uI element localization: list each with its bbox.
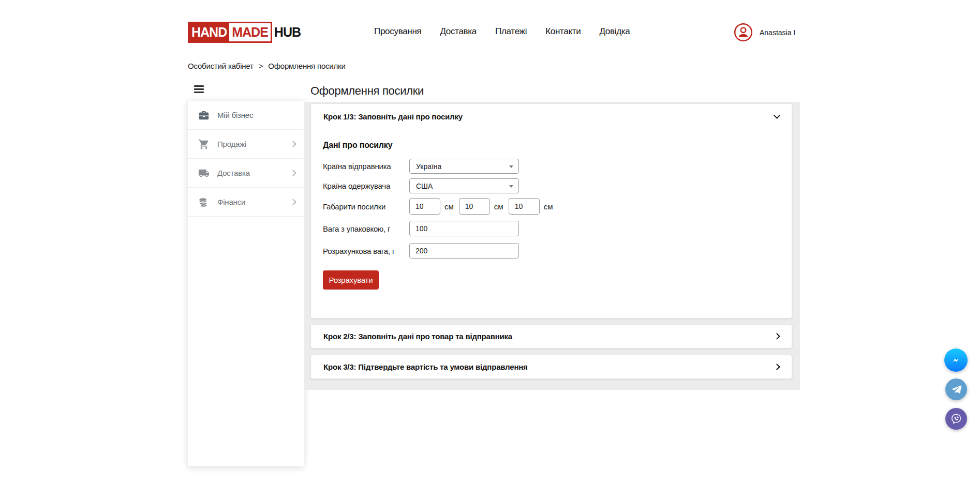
page-title: Оформлення посилки <box>310 84 424 98</box>
breadcrumb: Особистий кабінет > Оформлення посилки <box>188 62 346 70</box>
recipient-country-row: Країна одержувача США <box>323 178 780 193</box>
sender-country-value: Україна <box>416 162 441 171</box>
page: HAND MADE HUB Просування Доставка Платеж… <box>0 0 980 485</box>
nav-item-help[interactable]: Довідка <box>599 26 630 37</box>
nav-item-promotion[interactable]: Просування <box>374 26 421 37</box>
dimension-length-input[interactable] <box>409 198 440 215</box>
step2-title: Крок 2/3: Заповніть дані про товар та ві… <box>323 332 775 341</box>
step1-title: Крок 1/3: Заповніть дані про посилку <box>323 112 775 121</box>
recipient-country-label: Країна одержувача <box>323 181 409 190</box>
dropdown-arrow-icon <box>509 165 513 168</box>
weight-row: Вага з упаковкою, г <box>323 221 780 236</box>
sender-country-select[interactable]: Україна <box>409 159 519 174</box>
sidebar-item-sales[interactable]: Продажі <box>188 130 304 159</box>
logo-hub-text: HUB <box>272 23 301 41</box>
logo-hand-text: HAND <box>189 23 229 41</box>
logo-red-block: HAND MADE <box>188 22 272 43</box>
dimension-height-input[interactable] <box>509 198 540 215</box>
logo-made-text: MADE <box>229 23 271 41</box>
social-float-bar <box>944 348 968 430</box>
dimensions-row: Габарити посилки см см см <box>323 198 780 215</box>
cart-icon <box>198 139 210 150</box>
recipient-country-select[interactable]: США <box>409 178 519 193</box>
dimension-width-input[interactable] <box>459 198 490 215</box>
sidebar-item-delivery[interactable]: Доставка <box>188 159 304 188</box>
calc-weight-input[interactable] <box>409 243 519 259</box>
handmade-hub-logo[interactable]: HAND MADE HUB <box>188 22 301 43</box>
nav-item-payments[interactable]: Платежі <box>495 26 527 37</box>
dropdown-arrow-icon <box>509 185 513 188</box>
sender-country-row: Країна відправника Україна <box>323 159 780 174</box>
sidebar-item-label: Продажі <box>217 140 291 148</box>
step3-title: Крок 3/3: Підтвердьте вартість та умови … <box>323 362 775 371</box>
sidebar-item-my-business[interactable]: Мій бізнес <box>188 101 304 130</box>
step2-card: Крок 2/3: Заповніть дані про товар та ві… <box>310 324 792 348</box>
user-name: Anastasia I <box>760 28 795 37</box>
weight-input[interactable] <box>409 221 519 236</box>
parcel-wizard-panel: Крок 1/3: Заповніть дані про посилку Дан… <box>304 102 800 390</box>
step3-accordion-header[interactable]: Крок 3/3: Підтвердьте вартість та умови … <box>311 355 792 378</box>
step2-accordion-header[interactable]: Крок 2/3: Заповніть дані про товар та ві… <box>311 325 792 348</box>
chevron-down-icon <box>774 112 780 119</box>
sidebar-item-label: Мій бізнес <box>217 111 295 119</box>
recipient-country-value: США <box>416 182 433 190</box>
chevron-right-icon <box>774 363 780 370</box>
step1-body: Дані про посилку Країна відправника Укра… <box>311 129 792 290</box>
chevron-right-icon <box>290 199 296 205</box>
breadcrumb-separator: > <box>259 62 263 70</box>
parcel-data-section-title: Дані про посилку <box>323 141 780 150</box>
messenger-icon[interactable] <box>944 348 968 372</box>
breadcrumb-current-page: Оформлення посилки <box>268 62 345 70</box>
telegram-icon[interactable] <box>945 378 967 400</box>
truck-icon <box>198 168 210 179</box>
unit-cm: см <box>444 202 454 211</box>
sender-country-label: Країна відправника <box>323 162 409 171</box>
nav-item-contacts[interactable]: Контакти <box>545 26 581 37</box>
nav-item-delivery[interactable]: Доставка <box>440 26 477 37</box>
breadcrumb-personal-cabinet[interactable]: Особистий кабінет <box>188 62 254 70</box>
step1-accordion-header[interactable]: Крок 1/3: Заповніть дані про посилку <box>311 104 792 129</box>
calculate-button[interactable]: Розрахувати <box>323 270 379 290</box>
calc-weight-row: Розрахункова вага, г <box>323 243 780 259</box>
coins-icon <box>198 196 210 208</box>
calc-weight-label: Розрахункова вага, г <box>323 247 409 255</box>
weight-label: Вага з упаковкою, г <box>323 224 409 233</box>
sidebar-item-finance[interactable]: Фінанси <box>188 188 304 217</box>
step1-card: Крок 1/3: Заповніть дані про посилку Дан… <box>310 103 792 319</box>
sidebar-item-label: Доставка <box>217 169 291 177</box>
sidebar-item-label: Фінанси <box>217 198 291 206</box>
chevron-right-icon <box>290 141 296 147</box>
unit-cm: см <box>544 202 553 211</box>
chevron-right-icon <box>774 333 780 340</box>
hamburger-icon[interactable] <box>194 85 204 93</box>
chevron-right-icon <box>290 170 296 176</box>
top-nav: Просування Доставка Платежі Контакти Дов… <box>374 26 630 37</box>
person-circle-icon <box>734 23 753 42</box>
viber-icon[interactable] <box>945 408 967 430</box>
sidebar: Мій бізнес Продажі Доставка <box>188 101 304 466</box>
step3-card: Крок 3/3: Підтвердьте вартість та умови … <box>310 355 792 379</box>
briefcase-icon <box>198 110 210 121</box>
user-account[interactable]: Anastasia I <box>734 23 795 42</box>
unit-cm: см <box>494 202 503 211</box>
dimensions-label: Габарити посилки <box>323 202 409 211</box>
